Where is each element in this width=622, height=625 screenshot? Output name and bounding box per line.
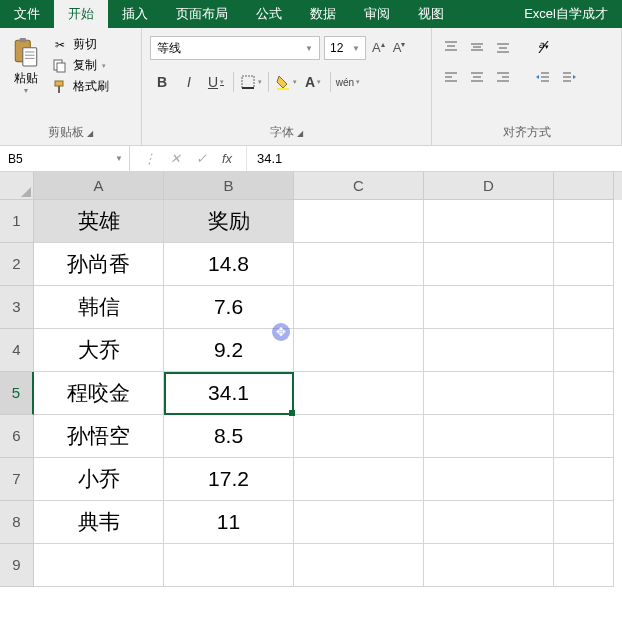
cell-A9[interactable]	[34, 544, 164, 587]
cell-D9[interactable]	[424, 544, 554, 587]
tab-help[interactable]: Excel自学成才	[510, 0, 622, 28]
cell-7[interactable]	[554, 458, 614, 501]
tab-view[interactable]: 视图	[404, 0, 458, 28]
name-box-input[interactable]	[0, 152, 115, 166]
copy-button[interactable]: 复制 ▾	[52, 57, 109, 74]
align-right-button[interactable]	[492, 66, 514, 88]
indent-decrease-button[interactable]	[532, 66, 554, 88]
col-header-e[interactable]	[554, 172, 614, 200]
row-header-6[interactable]: 6	[0, 415, 34, 458]
underline-button[interactable]: U▾	[204, 70, 228, 94]
cell-9[interactable]	[554, 544, 614, 587]
cell-C5[interactable]	[294, 372, 424, 415]
shrink-font-button[interactable]: A▾	[391, 40, 408, 55]
row-header-4[interactable]: 4	[0, 329, 34, 372]
cell-B1[interactable]: 奖励	[164, 200, 294, 243]
cell-D4[interactable]	[424, 329, 554, 372]
align-center-button[interactable]	[466, 66, 488, 88]
phonetic-button[interactable]: wén▾	[336, 70, 360, 94]
cell-B5[interactable]: 34.1	[164, 372, 294, 415]
tab-home[interactable]: 开始	[54, 0, 108, 28]
cell-3[interactable]	[554, 286, 614, 329]
cell-D1[interactable]	[424, 200, 554, 243]
row-header-7[interactable]: 7	[0, 458, 34, 501]
font-name-select[interactable]: 等线▼	[150, 36, 320, 60]
row-header-1[interactable]: 1	[0, 200, 34, 243]
cell-C7[interactable]	[294, 458, 424, 501]
fill-color-button[interactable]: ▾	[274, 70, 298, 94]
cell-C3[interactable]	[294, 286, 424, 329]
cell-4[interactable]	[554, 329, 614, 372]
grow-font-button[interactable]: A▴	[370, 40, 387, 55]
cell-5[interactable]	[554, 372, 614, 415]
cell-B3[interactable]: 7.6	[164, 286, 294, 329]
cell-A1[interactable]: 英雄	[34, 200, 164, 243]
formula-input[interactable]: 34.1	[246, 146, 622, 171]
format-painter-button[interactable]: 格式刷	[52, 78, 109, 95]
row-header-9[interactable]: 9	[0, 544, 34, 587]
cell-D2[interactable]	[424, 243, 554, 286]
font-color-button[interactable]: A▾	[301, 70, 325, 94]
cell-A4[interactable]: 大乔	[34, 329, 164, 372]
tab-layout[interactable]: 页面布局	[162, 0, 242, 28]
cell-A8[interactable]: 典韦	[34, 501, 164, 544]
cell-C8[interactable]	[294, 501, 424, 544]
select-all-corner[interactable]	[0, 172, 34, 200]
paste-button[interactable]: 粘贴 ▼	[6, 32, 46, 95]
cell-B8[interactable]: 11	[164, 501, 294, 544]
align-middle-button[interactable]	[466, 36, 488, 58]
fb-accept-button[interactable]: ✓	[188, 151, 214, 166]
tab-data[interactable]: 数据	[296, 0, 350, 28]
italic-button[interactable]: I	[177, 70, 201, 94]
col-header-b[interactable]: B	[164, 172, 294, 200]
cells-area[interactable]: 英雄奖励孙尚香14.8韩信7.6大乔9.2程咬金34.1孙悟空8.5小乔17.2…	[34, 200, 614, 587]
fb-cancel-button[interactable]: ✕	[162, 151, 188, 166]
align-bottom-button[interactable]	[492, 36, 514, 58]
align-left-button[interactable]	[440, 66, 462, 88]
row-header-3[interactable]: 3	[0, 286, 34, 329]
cell-B6[interactable]: 8.5	[164, 415, 294, 458]
cell-6[interactable]	[554, 415, 614, 458]
cell-D6[interactable]	[424, 415, 554, 458]
cell-A2[interactable]: 孙尚香	[34, 243, 164, 286]
cell-A3[interactable]: 韩信	[34, 286, 164, 329]
cell-2[interactable]	[554, 243, 614, 286]
border-button[interactable]: ▾	[239, 70, 263, 94]
indent-increase-button[interactable]	[558, 66, 580, 88]
bold-button[interactable]: B	[150, 70, 174, 94]
row-header-8[interactable]: 8	[0, 501, 34, 544]
tab-formulas[interactable]: 公式	[242, 0, 296, 28]
cell-A7[interactable]: 小乔	[34, 458, 164, 501]
tab-file[interactable]: 文件	[0, 0, 54, 28]
cell-C9[interactable]	[294, 544, 424, 587]
row-header-5[interactable]: 5	[0, 372, 34, 415]
name-box[interactable]: ▼	[0, 146, 130, 171]
fb-dots-icon[interactable]: ⋮	[136, 151, 162, 166]
cell-D5[interactable]	[424, 372, 554, 415]
col-header-c[interactable]: C	[294, 172, 424, 200]
font-size-select[interactable]: 12▼	[324, 36, 366, 60]
fx-button[interactable]: fx	[214, 151, 240, 166]
col-header-d[interactable]: D	[424, 172, 554, 200]
cell-D7[interactable]	[424, 458, 554, 501]
col-header-a[interactable]: A	[34, 172, 164, 200]
cell-D8[interactable]	[424, 501, 554, 544]
cell-B9[interactable]	[164, 544, 294, 587]
cell-D3[interactable]	[424, 286, 554, 329]
align-top-button[interactable]	[440, 36, 462, 58]
cut-button[interactable]: ✂ 剪切	[52, 36, 109, 53]
tab-insert[interactable]: 插入	[108, 0, 162, 28]
cell-B7[interactable]: 17.2	[164, 458, 294, 501]
cell-1[interactable]	[554, 200, 614, 243]
cell-B2[interactable]: 14.8	[164, 243, 294, 286]
cell-C2[interactable]	[294, 243, 424, 286]
cell-C6[interactable]	[294, 415, 424, 458]
row-header-2[interactable]: 2	[0, 243, 34, 286]
cell-A6[interactable]: 孙悟空	[34, 415, 164, 458]
cell-C4[interactable]	[294, 329, 424, 372]
cell-A5[interactable]: 程咬金	[34, 372, 164, 415]
orientation-button[interactable]: ᵃ⁄▾	[532, 36, 554, 58]
cell-8[interactable]	[554, 501, 614, 544]
cell-C1[interactable]	[294, 200, 424, 243]
tab-review[interactable]: 审阅	[350, 0, 404, 28]
